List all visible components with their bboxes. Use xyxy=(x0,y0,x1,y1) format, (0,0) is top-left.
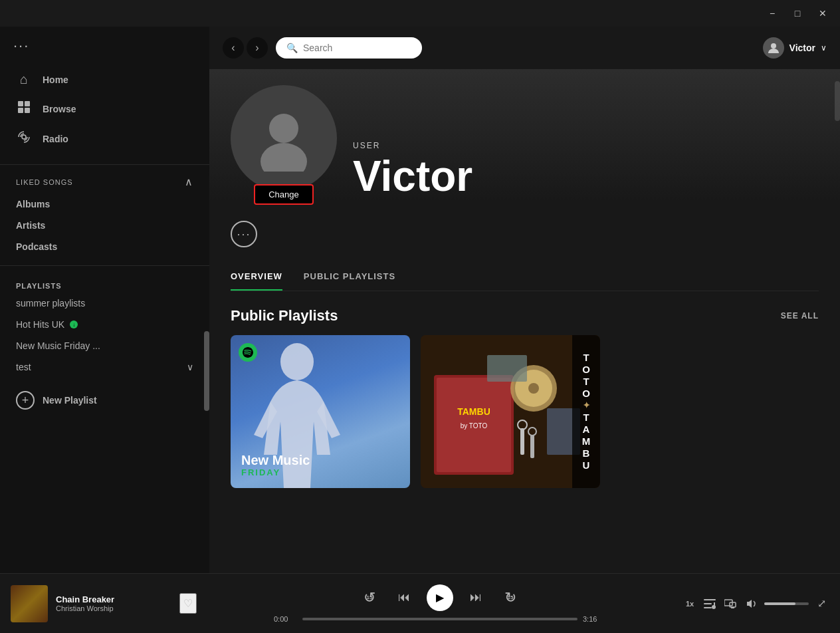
next-button[interactable]: ⏭ xyxy=(464,586,488,610)
speed-button[interactable]: 1x xyxy=(683,598,696,609)
user-name-label: Victor xyxy=(789,43,815,53)
like-button[interactable]: ♡ xyxy=(179,593,197,614)
profile-avatar xyxy=(231,85,337,191)
maximize-button[interactable]: □ xyxy=(786,3,809,24)
svg-rect-27 xyxy=(714,602,715,607)
minimize-button[interactable]: − xyxy=(760,3,784,24)
album-thumbnail xyxy=(11,585,48,622)
playlist-card-new-music-friday[interactable]: New Music FRIDAY xyxy=(231,335,410,488)
progress-bar[interactable] xyxy=(302,618,578,620)
volume-button[interactable] xyxy=(744,594,759,613)
svg-rect-2 xyxy=(18,108,23,113)
new-playlist-button[interactable]: + New Playlist xyxy=(0,383,209,418)
svg-point-5 xyxy=(771,43,776,49)
svg-rect-23 xyxy=(704,599,716,600)
avatar xyxy=(763,37,784,59)
skip-forward-button[interactable]: ↻ 15 xyxy=(498,586,522,610)
profile-actions: ··· xyxy=(231,221,819,247)
tab-public-playlists[interactable]: PUBLIC PLAYLISTS xyxy=(304,263,395,291)
svg-point-16 xyxy=(528,383,539,394)
main-content: ‹ › 🔍 Victor ∨ xyxy=(209,27,840,573)
card-title-new-music: New Music FRIDAY xyxy=(241,453,310,477)
card-title-text: New Music xyxy=(241,453,310,467)
sidebar-divider-2 xyxy=(0,265,209,266)
volume-bar[interactable] xyxy=(764,602,809,605)
sidebar-menu-dots[interactable]: ··· xyxy=(0,27,209,60)
sidebar-item-podcasts[interactable]: Podcasts xyxy=(0,236,209,257)
play-pause-button[interactable]: ▶ xyxy=(427,584,453,611)
search-box[interactable]: 🔍 xyxy=(276,37,422,59)
back-button[interactable]: ‹ xyxy=(223,37,244,59)
sidebar-item-home[interactable]: ⌂ Home xyxy=(0,65,209,94)
devices-button[interactable] xyxy=(723,594,738,613)
avatar-container: Change xyxy=(231,85,337,205)
close-button[interactable]: ✕ xyxy=(811,3,835,24)
app-body: ··· ⌂ Home Browse xyxy=(0,27,840,573)
sidebar-item-albums[interactable]: Albums xyxy=(0,193,209,215)
see-all-button[interactable]: SEE ALL xyxy=(781,311,819,320)
search-input[interactable] xyxy=(303,43,396,53)
chevron-down-icon: ∨ xyxy=(821,43,827,53)
nav-arrows: ‹ › xyxy=(223,37,268,59)
track-name: Chain Breaker xyxy=(56,594,171,604)
svg-rect-3 xyxy=(25,108,30,113)
forward-button[interactable]: › xyxy=(247,37,268,59)
playlists-section-label: PLAYLISTS xyxy=(0,271,209,293)
tab-overview[interactable]: OVERVIEW xyxy=(231,263,282,291)
track-artist: Christian Worship xyxy=(56,604,171,612)
user-label: USER xyxy=(353,141,472,150)
player-controls: ↺ 15 ⏮ ▶ ⏭ ↻ 15 0:00 3:16 xyxy=(197,584,683,623)
home-icon: ⌂ xyxy=(16,72,32,87)
album-art xyxy=(11,585,48,622)
svg-rect-30 xyxy=(731,607,734,608)
chevron-down-icon: ∨ xyxy=(187,362,193,372)
sidebar-item-browse[interactable]: Browse xyxy=(0,94,209,124)
browse-icon xyxy=(16,100,32,117)
sidebar-scrollbar[interactable] xyxy=(204,331,209,411)
collapse-arrow[interactable]: ∧ xyxy=(185,176,193,188)
main-scrollbar[interactable] xyxy=(835,81,840,121)
profile-info: USER Victor xyxy=(353,141,472,205)
svg-text:TAMBU: TAMBU xyxy=(457,406,490,417)
queue-button[interactable] xyxy=(702,594,717,613)
change-photo-button[interactable]: Change xyxy=(254,184,314,205)
current-time: 0:00 xyxy=(274,615,297,623)
svg-rect-17 xyxy=(520,428,524,455)
new-playlist-label: New Playlist xyxy=(43,395,97,406)
volume-fill xyxy=(764,602,795,605)
svg-rect-21 xyxy=(487,355,527,382)
profile-area: Change USER Victor ··· OVERVIEW PUBLIC P… xyxy=(209,69,840,573)
window-controls: − □ ✕ xyxy=(760,3,835,24)
playlist-item-summer[interactable]: summer playlists xyxy=(0,293,209,314)
sidebar-item-artists[interactable]: Artists xyxy=(0,215,209,236)
sidebar-item-home-label: Home xyxy=(43,74,68,85)
svg-rect-24 xyxy=(704,603,712,604)
toto-text-column: T O T O ✦ T A M B U xyxy=(572,335,600,488)
sidebar-item-radio[interactable]: Radio xyxy=(0,124,209,154)
control-buttons: ↺ 15 ⏮ ▶ ⏭ ↻ 15 xyxy=(358,584,522,611)
fullscreen-button[interactable]: ⤢ xyxy=(814,594,829,613)
more-options-button[interactable]: ··· xyxy=(231,221,257,247)
profile-name: Victor xyxy=(353,153,472,199)
playlist-item-test[interactable]: test ∨ xyxy=(0,356,209,378)
playlist-card-toto[interactable]: TAMBU by TOTO xyxy=(421,335,600,488)
svg-text:by TOTO: by TOTO xyxy=(461,422,488,430)
right-controls: 1x ⤢ xyxy=(683,594,829,613)
player: Chain Breaker Christian Worship ♡ ↺ 15 ⏮… xyxy=(0,573,840,633)
radio-icon xyxy=(16,130,32,147)
previous-button[interactable]: ⏮ xyxy=(392,586,416,610)
user-section[interactable]: Victor ∨ xyxy=(763,37,827,59)
svg-point-4 xyxy=(22,135,26,139)
card-subtitle-text: FRIDAY xyxy=(241,467,310,477)
playlist-item-new-music-friday[interactable]: New Music Friday ... xyxy=(0,335,209,356)
svg-rect-1 xyxy=(25,101,30,106)
sidebar: ··· ⌂ Home Browse xyxy=(0,27,209,573)
profile-header: Change USER Victor xyxy=(231,85,819,205)
sidebar-divider-1 xyxy=(0,164,209,165)
playlist-item-hot-hits[interactable]: Hot Hits UK ↓ xyxy=(0,314,209,335)
download-icon: ↓ xyxy=(70,320,78,328)
skip-back-button[interactable]: ↺ 15 xyxy=(358,586,381,610)
playlist-cards: New Music FRIDAY TAMBU by TOTO xyxy=(231,335,819,488)
svg-rect-19 xyxy=(530,435,534,458)
liked-songs-label: Liked Songs xyxy=(16,178,73,186)
